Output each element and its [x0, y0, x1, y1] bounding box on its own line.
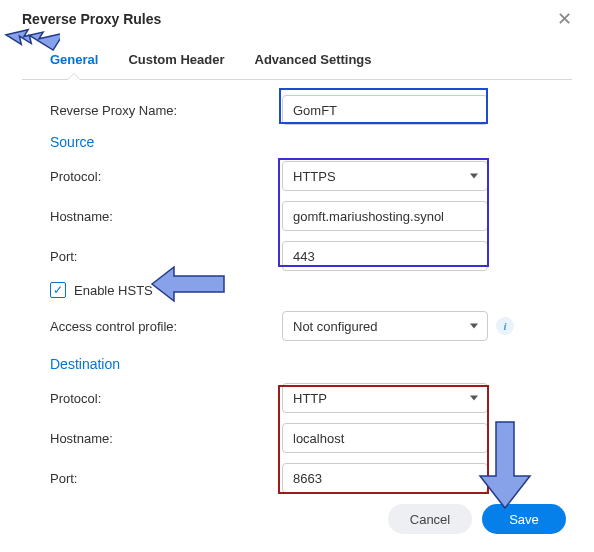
tab-advanced-settings[interactable]: Advanced Settings — [255, 52, 372, 73]
titlebar: Reverse Proxy Rules ✕ — [22, 10, 572, 28]
source-port-input[interactable] — [282, 241, 488, 271]
reverse-proxy-name-label: Reverse Proxy Name: — [50, 103, 282, 118]
source-hostname-label: Hostname: — [50, 209, 282, 224]
source-port-label: Port: — [50, 249, 282, 264]
destination-protocol-select[interactable]: HTTP — [282, 383, 488, 413]
tab-general[interactable]: General — [50, 52, 98, 73]
destination-hostname-label: Hostname: — [50, 431, 282, 446]
cancel-button[interactable]: Cancel — [388, 504, 472, 534]
source-section-title: Source — [50, 134, 572, 150]
destination-protocol-label: Protocol: — [50, 391, 282, 406]
tabs: General Custom Header Advanced Settings — [22, 52, 572, 73]
tab-custom-header[interactable]: Custom Header — [128, 52, 224, 73]
checkmark-icon: ✓ — [53, 284, 63, 296]
source-hostname-input[interactable] — [282, 201, 488, 231]
enable-hsts-label: Enable HSTS — [74, 283, 153, 298]
info-icon[interactable]: i — [496, 317, 514, 335]
tab-divider — [22, 79, 572, 80]
access-control-profile-label: Access control profile: — [50, 319, 282, 334]
destination-port-label: Port: — [50, 471, 282, 486]
destination-port-input[interactable] — [282, 463, 488, 493]
button-bar: Cancel Save — [22, 504, 572, 534]
source-protocol-select[interactable]: HTTPS — [282, 161, 488, 191]
form-body: Reverse Proxy Name: Source Protocol: HTT… — [50, 94, 572, 504]
reverse-proxy-name-input[interactable] — [282, 95, 488, 125]
save-button[interactable]: Save — [482, 504, 566, 534]
reverse-proxy-dialog: Reverse Proxy Rules ✕ General Custom Hea… — [0, 0, 594, 552]
enable-hsts-checkbox[interactable]: ✓ — [50, 282, 66, 298]
destination-section-title: Destination — [50, 356, 572, 372]
close-icon[interactable]: ✕ — [557, 10, 572, 28]
destination-hostname-input[interactable] — [282, 423, 488, 453]
source-protocol-label: Protocol: — [50, 169, 282, 184]
dialog-title: Reverse Proxy Rules — [22, 11, 161, 27]
access-control-profile-select[interactable]: Not configured — [282, 311, 488, 341]
